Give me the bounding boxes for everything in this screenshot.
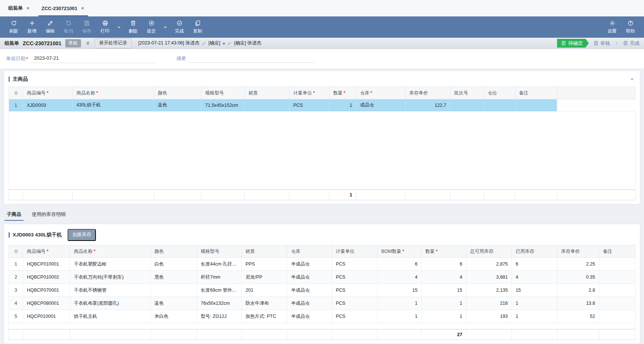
help-button[interactable]: 帮助 xyxy=(621,20,640,34)
print-dropdown-chevron-icon[interactable] xyxy=(114,16,124,38)
print-button[interactable]: 打印 xyxy=(96,16,114,38)
close-icon[interactable]: × xyxy=(81,6,84,11)
table-row[interactable]: 4HQBCP080001干衣机布罩(底部圆孔)蓝色76x50x132cm防水牛津… xyxy=(9,297,635,310)
copy-button[interactable]: 复制 xyxy=(188,16,207,38)
table-cell[interactable] xyxy=(245,99,290,111)
table-cell[interactable]: 烘干机主机 xyxy=(70,310,151,323)
table-cell[interactable]: 型号: ZG12J xyxy=(197,310,242,323)
table-cell[interactable]: 1 xyxy=(512,310,557,323)
table-cell[interactable]: 1 xyxy=(422,310,466,323)
table-cell[interactable]: 2,135 xyxy=(466,284,512,297)
table-cell[interactable]: 15 xyxy=(422,284,466,297)
table-cell[interactable]: PCS xyxy=(332,271,378,284)
table-cell[interactable]: 15 xyxy=(512,284,557,297)
grid-settings-gear-icon[interactable] xyxy=(9,87,23,99)
table-cell[interactable]: 1 xyxy=(9,258,23,271)
table-cell[interactable]: HQBCP010001 xyxy=(23,258,70,271)
table-cell[interactable]: 193 xyxy=(466,310,512,323)
table-cell[interactable] xyxy=(484,99,515,111)
table-cell[interactable]: 成品仓 xyxy=(356,99,406,111)
table-cell[interactable] xyxy=(599,258,635,271)
table-cell[interactable]: 4 xyxy=(9,297,23,310)
table-cell[interactable]: 半成品仓 xyxy=(287,297,332,310)
table-cell[interactable]: 干衣机塑胶边框 xyxy=(70,258,151,271)
table-cell[interactable]: 黑色 xyxy=(151,271,197,284)
table-cell[interactable]: XJD0003 xyxy=(23,99,73,111)
table-cell[interactable]: 2.25 xyxy=(557,258,599,271)
grid-settings-gear-icon[interactable] xyxy=(9,245,23,258)
table-cell[interactable] xyxy=(151,284,197,297)
table-cell[interactable]: 4 xyxy=(378,271,422,284)
table-cell[interactable]: 13.8 xyxy=(557,297,599,310)
table-cell[interactable]: PCS xyxy=(290,99,329,111)
table-cell[interactable]: 4 xyxy=(422,271,466,284)
table-cell[interactable]: 蓝色 xyxy=(151,297,197,310)
add-button[interactable]: 新增 xyxy=(23,16,41,38)
table-cell[interactable]: 干衣机万向轮(不带刹车) xyxy=(70,271,151,284)
table-cell[interactable]: 半成品仓 xyxy=(287,284,332,297)
complete-button[interactable]: 完成 xyxy=(170,16,188,38)
submit-dropdown-chevron-icon[interactable] xyxy=(160,16,170,38)
allocate-stock-button[interactable]: 划拨库存 xyxy=(68,229,96,241)
table-cell[interactable]: HQBCP070001 xyxy=(23,284,70,297)
table-cell[interactable]: 6 xyxy=(512,258,557,271)
delete-button[interactable]: 删除 xyxy=(124,16,142,38)
table-cell[interactable]: 防水牛津布 xyxy=(242,297,287,310)
table-cell[interactable]: PCS xyxy=(332,297,378,310)
table-cell[interactable]: 1 xyxy=(378,310,422,323)
table-cell[interactable]: HQCP010001 xyxy=(23,310,70,323)
summary-input[interactable] xyxy=(188,55,315,63)
table-cell[interactable] xyxy=(599,271,635,284)
table-row[interactable]: 3HQBCP070001干衣机不锈钢管长度69cm 管外...201半成品仓PC… xyxy=(9,284,635,297)
table-cell[interactable]: 2 xyxy=(9,271,23,284)
table-cell[interactable]: 1 xyxy=(422,297,466,310)
table-cell[interactable]: 干衣机布罩(底部圆孔) xyxy=(70,297,151,310)
table-cell[interactable]: HQBCP010002 xyxy=(23,271,70,284)
table-row[interactable]: 1HQBCP010001干衣机塑胶边框白色长度44cm 孔径1...PPS半成品… xyxy=(9,258,635,271)
double-chevron-down-icon[interactable] xyxy=(85,41,90,46)
table-cell[interactable]: 半成品仓 xyxy=(287,271,332,284)
close-icon[interactable]: × xyxy=(26,6,29,11)
table-cell[interactable] xyxy=(599,297,635,310)
doc-date-input[interactable]: 2023-07-21 xyxy=(30,54,156,63)
tab-sub-products[interactable]: 子商品 xyxy=(7,208,21,221)
table-cell[interactable] xyxy=(599,310,635,323)
table-cell[interactable]: 长度69cm 管外... xyxy=(197,284,242,297)
settings-button[interactable]: 设置 xyxy=(603,20,621,34)
refresh-button[interactable]: 刷新 xyxy=(4,16,23,38)
table-cell[interactable]: 1 xyxy=(9,99,23,111)
tab-document[interactable]: ZCC-230721001 × xyxy=(40,0,89,16)
table-cell[interactable]: 2,875 xyxy=(466,258,512,271)
table-cell[interactable] xyxy=(450,99,484,111)
table-cell[interactable]: 蓝色 xyxy=(154,99,201,111)
table-cell[interactable]: PCS xyxy=(332,258,378,271)
table-cell[interactable]: 半成品仓 xyxy=(287,258,332,271)
table-cell[interactable]: 4 xyxy=(512,271,557,284)
table-cell[interactable]: 3 xyxy=(9,284,23,297)
table-cell[interactable]: 0.35 xyxy=(557,271,599,284)
table-cell[interactable]: 216 xyxy=(466,297,512,310)
edit-button[interactable]: 编辑 xyxy=(41,16,59,38)
expand-process-log-button[interactable]: 展开处理记录 xyxy=(95,38,132,48)
tab-assembly-list[interactable]: 组装单 × xyxy=(7,0,35,16)
table-cell[interactable] xyxy=(515,99,557,111)
table-cell[interactable]: 201 xyxy=(242,284,287,297)
table-cell[interactable] xyxy=(599,284,635,297)
collapse-chevron-up-icon[interactable] xyxy=(629,77,635,82)
table-cell[interactable]: PCS xyxy=(332,310,378,323)
table-cell[interactable]: 1 xyxy=(378,297,422,310)
table-cell[interactable]: 3,681 xyxy=(466,271,512,284)
submit-button[interactable]: 提交 xyxy=(142,16,160,38)
table-cell[interactable]: PPS xyxy=(242,258,287,271)
table-row[interactable]: 1XJD0003430L烘干机蓝色71.5x45x152cmPCS1成品仓122… xyxy=(9,99,635,111)
table-cell[interactable]: 122.7 xyxy=(406,99,450,111)
table-cell[interactable] xyxy=(557,99,635,111)
table-cell[interactable]: 干衣机不锈钢管 xyxy=(70,284,151,297)
table-cell[interactable]: 430L烘干机 xyxy=(73,99,154,111)
table-cell[interactable]: 长度44cm 孔径1... xyxy=(197,258,242,271)
table-cell[interactable]: 尼龙/PP xyxy=(242,271,287,284)
table-row[interactable]: 5HQCP010001烘干机主机米白色型号: ZG12J加热方式: PTC半成品… xyxy=(9,310,635,323)
tab-used-inventory-detail[interactable]: 使用的库存明细 xyxy=(32,208,66,221)
table-cell[interactable]: 半成品仓 xyxy=(287,310,332,323)
table-cell[interactable]: PCS xyxy=(332,284,378,297)
